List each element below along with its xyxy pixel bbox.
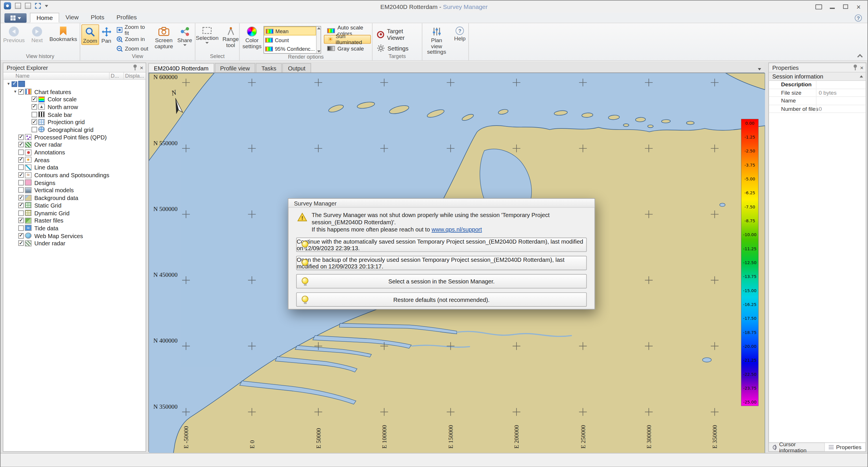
tree-item[interactable]: North arrow	[3, 103, 146, 111]
tree-item[interactable]: Background data	[3, 194, 146, 201]
tree-item[interactable]: Contours and Spotsoundings	[3, 171, 146, 179]
layer-checkbox[interactable]	[18, 225, 24, 231]
expand-arrow-icon[interactable]	[12, 89, 18, 94]
ribbon-tab[interactable]: Home	[30, 13, 59, 23]
column-display[interactable]: Displa...	[124, 72, 146, 79]
close-panel-icon[interactable]: ×	[140, 64, 144, 70]
expand-arrow-icon[interactable]	[5, 82, 11, 87]
tree-item[interactable]: Designs	[3, 179, 146, 186]
layer-checkbox[interactable]	[18, 157, 24, 162]
tree-item[interactable]: Chart features	[3, 88, 146, 95]
tree-item[interactable]: Tide data	[3, 224, 146, 232]
dialog-option-button[interactable]: Select a session in the Session Manager.	[296, 274, 587, 289]
zoom-out-button[interactable]: Zoom out	[114, 44, 152, 53]
layer-checkbox[interactable]	[18, 142, 24, 148]
selection-button[interactable]: Selection	[194, 24, 220, 44]
tab-cursor-information[interactable]: Cursor information	[769, 443, 825, 452]
tree-item[interactable]: Dynamic Grid	[3, 209, 146, 217]
ribbon-tab[interactable]: Profiles	[111, 13, 143, 23]
previous-button[interactable]: Previous	[1, 24, 26, 44]
close-panel-icon[interactable]: ×	[860, 64, 863, 70]
layer-checkbox[interactable]	[31, 119, 37, 125]
tree-item[interactable]: Raster files	[3, 217, 146, 224]
zoom-in-button[interactable]: Zoom in	[114, 34, 152, 44]
layer-checkbox[interactable]	[31, 96, 37, 102]
layer-checkbox[interactable]	[18, 195, 24, 200]
tree-item[interactable]: Processed Point files (QPD)	[3, 133, 146, 141]
tree-item[interactable]: Line data	[3, 164, 146, 171]
pin-icon[interactable]	[133, 64, 137, 71]
tree-item[interactable]: Annotations	[3, 148, 146, 156]
presentation-mode-button[interactable]	[812, 2, 825, 12]
tab-properties[interactable]: Properties	[825, 443, 866, 452]
help-button[interactable]: Help	[453, 24, 467, 42]
application-menu-button[interactable]	[4, 13, 27, 23]
column-d[interactable]: D...	[109, 72, 124, 79]
layer-checkbox[interactable]	[18, 150, 24, 155]
layer-checkbox[interactable]	[18, 172, 24, 178]
ribbon-collapse-icon[interactable]	[857, 54, 863, 59]
tree-item[interactable]: Scale bar	[3, 111, 146, 118]
help-button-top[interactable]	[855, 14, 862, 22]
zoom-to-fit-button[interactable]: Zoom to fit	[114, 25, 152, 34]
property-row[interactable]: Name	[769, 97, 866, 105]
color-layer-option[interactable]: 95% Confidenc...	[264, 44, 316, 53]
target-viewer-button[interactable]: Target Viewer	[377, 28, 417, 41]
range-tool-button[interactable]: Range tool	[221, 24, 240, 49]
layer-checkbox[interactable]	[18, 203, 24, 208]
layer-checkbox[interactable]	[31, 127, 37, 132]
property-row[interactable]: File size 0 bytes	[769, 89, 866, 97]
layer-selector-scrollbar[interactable]	[316, 27, 321, 53]
plan-view-settings-button[interactable]: Plan view settings	[424, 24, 450, 55]
tree-item[interactable]: Under radar	[3, 240, 146, 247]
zoom-button[interactable]: Zoom	[82, 24, 99, 44]
tree-column-headers[interactable]: Name D... Displa...	[3, 72, 146, 80]
layer-checkbox[interactable]	[18, 187, 24, 193]
layer-checkbox[interactable]	[18, 233, 24, 239]
tree-item[interactable]	[3, 80, 146, 88]
layer-checkbox[interactable]	[18, 180, 24, 185]
dialog-option-button[interactable]: Open the backup of the previously used s…	[296, 256, 587, 270]
layer-checkbox[interactable]	[11, 82, 17, 87]
tree-item[interactable]: Color scale	[3, 96, 146, 103]
tree-item[interactable]: Areas	[3, 156, 146, 164]
minimize-button[interactable]	[825, 2, 839, 12]
tree-item[interactable]: Static Grid	[3, 201, 146, 209]
tree-item[interactable]: Vertical models	[3, 186, 146, 194]
close-button[interactable]: ×	[852, 2, 865, 12]
column-name[interactable]: Name	[3, 72, 109, 79]
color-layer-option[interactable]: Count	[264, 35, 316, 44]
document-tab[interactable]: Tasks	[256, 63, 282, 73]
layer-checkbox[interactable]	[18, 241, 24, 246]
document-tab[interactable]: EM2040D Rotterdam	[148, 63, 214, 73]
layer-checkbox[interactable]	[18, 165, 24, 170]
color-layer-option[interactable]: Mean	[264, 27, 316, 35]
gray-scale-button[interactable]: Gray scale	[324, 44, 371, 53]
layer-checkbox[interactable]	[31, 104, 37, 110]
layer-checkbox[interactable]	[18, 134, 24, 140]
layer-checkbox[interactable]	[31, 112, 37, 117]
sun-illuminated-button[interactable]: Sun illuminated	[324, 35, 371, 44]
layer-checkbox[interactable]	[18, 89, 24, 94]
tree-item[interactable]: Projection grid	[3, 118, 146, 126]
targets-settings-button[interactable]: Settings	[377, 44, 417, 52]
ribbon-tab[interactable]: View	[59, 13, 85, 23]
pan-button[interactable]: Pan	[99, 24, 113, 44]
screen-capture-button[interactable]: Screen capture	[152, 24, 175, 50]
layer-checkbox[interactable]	[18, 218, 24, 223]
property-row[interactable]: Description	[769, 81, 866, 89]
dialog-option-button[interactable]: Continue with the automatically saved se…	[296, 238, 587, 252]
document-tab[interactable]: Output	[282, 63, 311, 73]
next-button[interactable]: Next	[30, 24, 44, 44]
pin-icon[interactable]	[853, 64, 857, 71]
tree-item[interactable]: Web Map Services	[3, 232, 146, 239]
dialog-option-button[interactable]: Restore defaults (not recommended).	[296, 292, 587, 307]
layer-checkbox[interactable]	[18, 210, 24, 216]
dialog-title[interactable]: Survey Manager	[288, 199, 594, 208]
tree-item[interactable]: Over radar	[3, 141, 146, 148]
session-information-header[interactable]: Session information	[769, 72, 866, 81]
bookmarks-button[interactable]: Bookmarks	[48, 24, 79, 43]
share-button[interactable]: Share	[176, 24, 194, 46]
color-settings-button[interactable]: Color settings	[241, 24, 263, 50]
tab-list-dropdown-icon[interactable]	[758, 68, 761, 70]
